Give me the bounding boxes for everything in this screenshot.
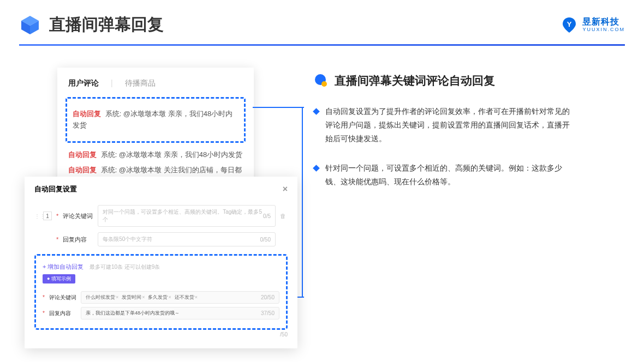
header-brand: Y 昱新科技 YUUXIN.COM [560,16,625,34]
required-star: * [43,294,45,300]
field-label: 评论关键词 [63,212,93,220]
example-reply-box: 亲，我们这边都是下单48小时内发货的哦～ 37/50 [81,307,279,319]
bubble-icon [314,74,328,88]
bullet-item: 针对同一个问题，可设置多个相近的、高频的关键词。例如：这款多少钱、这块能优惠吗、… [314,161,625,189]
field-label: 评论关键词 [49,294,76,301]
page-title: 直播间弹幕回复 [49,14,164,36]
page-header: 直播间弹幕回复 Y 昱新科技 YUUXIN.COM [0,0,644,44]
header-left: 直播间弹幕回复 [19,14,164,36]
comment-text: 系统: @冰墩墩本墩 亲亲，我们48小时内发货 [101,150,243,159]
field-label: 回复内容 [49,310,76,317]
tab-separator: | [111,79,113,88]
example-keyword-box: 什么时候发货× 发货时间× 多久发货× 还不发货× 20/50 [81,291,279,304]
diamond-bullet-icon [313,165,320,172]
explanation-panel: 直播间弹幕关键词评论自动回复 自动回复设置为了提升作者的评论回复效率，作者可在开… [308,68,625,204]
auto-reply-settings-modal: 自动回复设置 × ⋮⋮ 1 * 评论关键词 对同一个问题，可设置多个相近、高频的… [25,177,297,348]
brand-sub: YUUXIN.COM [582,27,625,32]
content: 用户评论 | 待播商品 自动回复 系统: @冰墩墩本墩 亲亲，我们48小时内发货… [0,46,644,226]
svg-point-5 [321,81,327,87]
required-star: * [56,213,58,219]
bullet-item: 自动回复设置为了提升作者的评论回复效率，作者可在开播前针对常见的评论用户问题，提… [314,105,625,146]
example-badge: ● 填写示例 [43,274,75,283]
section-title: 直播间弹幕关键词评论自动回复 [335,73,495,88]
example-section: + 增加自动回复 最多可建10条 还可以创建9条 ● 填写示例 * 评论关键词 … [34,254,288,330]
close-icon[interactable]: × [283,184,288,194]
reply-input[interactable]: 每条限50个中文字符 0/50 [98,232,276,246]
auto-reply-tag: 自动回复 [68,150,97,159]
tab-user-comments[interactable]: 用户评论 [68,79,99,88]
modal-title: 自动回复设置 [34,184,77,194]
add-row: + 增加自动回复 最多可建10条 还可以创建9条 [43,261,279,271]
add-hint: 最多可建10条 还可以创建9条 [90,264,160,270]
form-row-keyword: ⋮⋮ 1 * 评论关键词 对同一个问题，可设置多个相近、高频的关键词。Tag确定… [34,205,288,227]
keyword-tag: 多久发货× [148,294,171,301]
screenshot-composite: 用户评论 | 待播商品 自动回复 系统: @冰墩墩本墩 亲亲，我们48小时内发货… [19,68,292,204]
required-star: * [43,310,45,316]
example-reply-text: 亲，我们这边都是下单48小时内发货的哦～ [86,310,180,317]
tab-pending-products[interactable]: 待播商品 [125,79,156,88]
auto-reply-tag: 自动回复 [73,110,101,118]
counter: 20/50 [261,294,275,300]
form-row-reply: * 回复内容 每条限50个中文字符 0/50 [34,232,288,246]
example-reply-row: * 回复内容 亲，我们这边都是下单48小时内发货的哦～ 37/50 [43,307,279,319]
tabs: 用户评论 | 待播商品 [68,79,243,88]
brand-name: 昱新科技 [582,17,625,26]
brand-text: 昱新科技 YUUXIN.COM [582,17,625,32]
drag-handle-icon[interactable]: ⋮⋮ [34,213,39,219]
add-auto-reply-link[interactable]: + 增加自动回复 [43,263,84,270]
counter: 0/50 [260,237,271,243]
counter: 37/50 [261,310,275,316]
highlighted-comment: 自动回复 系统: @冰墩墩本墩 亲亲，我们48小时内发货 [65,97,246,143]
cube-icon [19,14,41,36]
placeholder-text: 每条限50个中文字符 [103,236,152,243]
required-star: * [56,236,58,243]
tag-list: 什么时候发货× 发货时间× 多久发货× 还不发货× [86,294,198,301]
comment-line: 自动回复 系统: @冰墩墩本墩 亲亲，我们48小时内发货 [73,108,238,131]
counter: 0/5 [263,213,271,219]
tail-counter: /50 [34,330,288,337]
connector-top [253,107,304,108]
svg-text:Y: Y [567,20,572,28]
diamond-bullet-icon [313,108,320,115]
placeholder-text: 对同一个问题，可设置多个相近、高频的关键词。Tag确定，最多5个 [103,208,263,224]
keyword-tag: 什么时候发货× [86,294,118,301]
index-badge: 1 [43,212,52,220]
bullet-text: 针对同一个问题，可设置多个相近的、高频的关键词。例如：这款多少钱、这块能优惠吗、… [325,161,576,189]
example-keyword-row: * 评论关键词 什么时候发货× 发货时间× 多久发货× 还不发货× 20/50 [43,291,279,304]
comment-line: 自动回复 系统: @冰墩墩本墩 亲亲，我们48小时内发货 [68,149,243,161]
field-label: 回复内容 [63,236,93,244]
section-heading: 直播间弹幕关键词评论自动回复 [314,73,625,88]
modal-header: 自动回复设置 × [34,184,288,194]
delete-icon[interactable]: 🗑 [280,213,288,219]
brand-logo-icon: Y [560,16,578,34]
keyword-tag: 还不发货× [175,294,198,301]
auto-reply-tag: 自动回复 [68,166,97,174]
keyword-tag: 发货时间× [122,294,145,301]
keyword-input[interactable]: 对同一个问题，可设置多个相近、高频的关键词。Tag确定，最多5个 0/5 [98,205,276,227]
bullet-text: 自动回复设置为了提升作者的评论回复效率，作者可在开播前针对常见的评论用户问题，提… [325,105,576,146]
